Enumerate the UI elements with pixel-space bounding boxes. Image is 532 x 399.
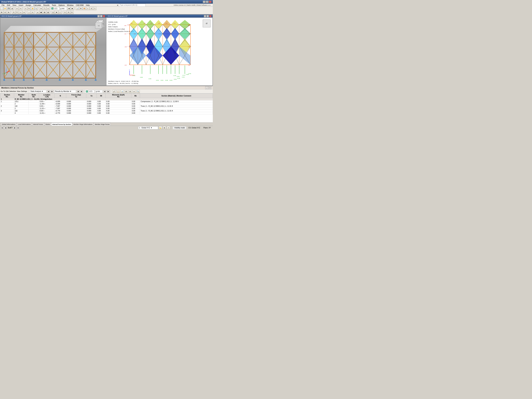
table-area[interactable]: SectionNo. MemberNo. NodeNo. Locationx [… <box>0 93 213 122</box>
lc-prev-bottom[interactable]: ◀ <box>103 90 106 93</box>
bottom-panel-maximize[interactable]: □ <box>209 86 211 89</box>
bottom-tb-3[interactable]: 📊 <box>120 90 124 93</box>
nav-first[interactable]: ⏮ <box>1 126 4 129</box>
nav-prev[interactable]: ◀ <box>4 126 7 129</box>
tb-pan[interactable]: ✋ <box>31 7 34 10</box>
menu-results[interactable]: Results <box>42 4 51 6</box>
tb2-delete[interactable]: ✕ <box>63 11 67 14</box>
results-combo[interactable]: Results by Member ▼ <box>54 90 76 93</box>
nav-next[interactable]: ▶ <box>13 126 16 129</box>
tab-local-deformations[interactable]: Local Deformations <box>17 123 32 126</box>
analysis-combo[interactable]: Static Analysis ▼ <box>30 90 46 93</box>
nav-cube[interactable]: +Z -Y +X <box>93 19 104 31</box>
tb2-rotate2[interactable]: ⤾ <box>19 11 22 14</box>
tab-internal-forces-section[interactable]: Internal Forces by Section <box>51 123 72 126</box>
status-tb-2[interactable]: ⊞ <box>163 126 166 129</box>
tb-zoom[interactable]: 🔍 <box>34 7 38 10</box>
vp3d-maximize[interactable]: □ <box>100 15 102 17</box>
tb-surface[interactable]: ▭ <box>46 7 50 10</box>
tb2-dimension[interactable]: ↔ <box>27 11 31 14</box>
sep9 <box>50 11 51 14</box>
tb-new[interactable]: 📄 <box>0 7 3 10</box>
tb2-view-iso[interactable]: ⊿ <box>36 11 39 14</box>
menu-cadbim[interactable]: CAD-BIM <box>75 4 84 6</box>
menu-insert[interactable]: Insert <box>18 4 24 6</box>
tb-save[interactable]: 💾 <box>7 7 10 10</box>
menu-window[interactable]: Window <box>66 4 75 6</box>
lc-next[interactable]: ▶ <box>71 7 74 10</box>
bottom-tb-7[interactable]: 🔍 <box>137 90 140 93</box>
tb-node[interactable]: ● <box>39 7 43 10</box>
tb-info[interactable]: ℹ <box>90 7 93 10</box>
tb2-undo2[interactable]: ⟲ <box>67 11 70 14</box>
tab-member-hinge-forces[interactable]: Member Hinge Forces <box>94 123 111 126</box>
maximize-button[interactable]: □ <box>206 1 209 3</box>
bottom-tb-6[interactable]: ↩ <box>133 90 136 93</box>
tb2-copy[interactable]: ⎘ <box>12 11 15 14</box>
close-button[interactable]: × <box>209 1 211 3</box>
analysis-prev[interactable]: ◀ <box>47 90 50 93</box>
tb2-move[interactable]: ⇱ <box>15 11 19 14</box>
tb-open[interactable]: 📂 <box>4 7 7 10</box>
status-tb-3[interactable]: ≡ <box>167 126 170 129</box>
vp3d-close[interactable]: × <box>103 15 105 17</box>
status-tb-1[interactable]: 📐 <box>159 126 162 129</box>
tb2-annotation[interactable]: A <box>31 11 34 14</box>
menu-file[interactable]: File <box>1 4 6 6</box>
tb2-view-top[interactable]: ▤ <box>43 11 46 14</box>
tab-global-deformations[interactable]: Global Deformations <box>1 123 17 126</box>
vp2d-minimize[interactable]: _ <box>204 15 206 17</box>
vp2d-close[interactable]: × <box>209 15 211 17</box>
search-input[interactable] <box>119 4 146 7</box>
lc-next-bottom[interactable]: ▶ <box>107 90 110 93</box>
vp2d-maximize[interactable]: □ <box>207 15 209 17</box>
bottom-tb-5[interactable]: ⊟ <box>128 90 132 93</box>
tb-rotate[interactable]: ↻ <box>27 7 31 10</box>
nav-last[interactable]: ⏭ <box>17 126 20 129</box>
tb2-snap[interactable]: ⊞ <box>0 11 3 14</box>
tb2-view-front[interactable]: ▣ <box>39 11 43 14</box>
tb2-mirror[interactable]: ⇔ <box>22 11 26 14</box>
tb2-solid[interactable]: ■ <box>55 11 58 14</box>
tb-render[interactable]: 🎨 <box>83 7 86 10</box>
menu-options[interactable]: Options <box>57 4 66 6</box>
menu-edit[interactable]: Edit <box>6 4 11 6</box>
bottom-tb-4[interactable]: ⊞ <box>125 90 128 93</box>
lc-prev[interactable]: ◀ <box>67 7 70 10</box>
bottom-tb-2[interactable]: 📋 <box>117 90 120 93</box>
tab-member-hinge-deformations[interactable]: Member Hinge Deformations <box>72 123 94 126</box>
tb-check[interactable]: ✓ <box>86 7 89 10</box>
svg-marker-74 <box>59 78 61 81</box>
analysis-next[interactable]: ▶ <box>51 90 54 93</box>
tb2-transparent[interactable]: □ <box>58 11 62 14</box>
menu-help[interactable]: Help <box>85 4 91 6</box>
menu-assign[interactable]: Assign <box>25 4 32 6</box>
menu-calculate[interactable]: Calculate <box>32 4 42 6</box>
tb-help[interactable]: ? <box>93 7 96 10</box>
tb-select[interactable]: ⊹ <box>24 7 27 10</box>
tb-settings[interactable]: ⚙ <box>79 7 82 10</box>
vp3d-minimize[interactable]: _ <box>97 15 100 17</box>
tab-internal-forces[interactable]: Internal Forces <box>32 123 44 126</box>
scene-3d[interactable]: +Z -Y +X X Z Y <box>0 18 106 85</box>
bottom-panel-minimize[interactable]: _ <box>205 86 208 89</box>
tb-member[interactable]: ╲ <box>43 7 46 10</box>
tb-redo[interactable]: ↪ <box>19 7 22 10</box>
tb2-redo2[interactable]: ⟳ <box>70 11 74 14</box>
tab-strains[interactable]: Strains <box>44 123 51 126</box>
results-next[interactable]: ▶ <box>80 90 83 93</box>
tb2-axis[interactable]: ⊕ <box>7 11 10 14</box>
results-prev[interactable]: ◀ <box>77 90 80 93</box>
tb-print[interactable]: 🖨 <box>11 7 14 10</box>
tb2-wireframe[interactable]: ◫ <box>51 11 55 14</box>
tb-undo[interactable]: ↩ <box>15 7 19 10</box>
tb2-view-side[interactable]: ▥ <box>46 11 50 14</box>
tb2-grid[interactable]: ⊡ <box>4 11 7 14</box>
cs-selector[interactable]: 1 - Global XYZ ▼ <box>138 126 158 129</box>
bottom-tb-1[interactable]: 🖊 <box>113 90 116 93</box>
analysis-view[interactable]: Visibility mode LC1 · g min Static Analy… <box>106 18 212 85</box>
menu-view[interactable]: View <box>12 4 18 6</box>
menu-tools[interactable]: Tools <box>51 4 57 6</box>
tb-results[interactable]: 📊 <box>76 7 79 10</box>
minimize-button[interactable]: − <box>203 1 205 3</box>
